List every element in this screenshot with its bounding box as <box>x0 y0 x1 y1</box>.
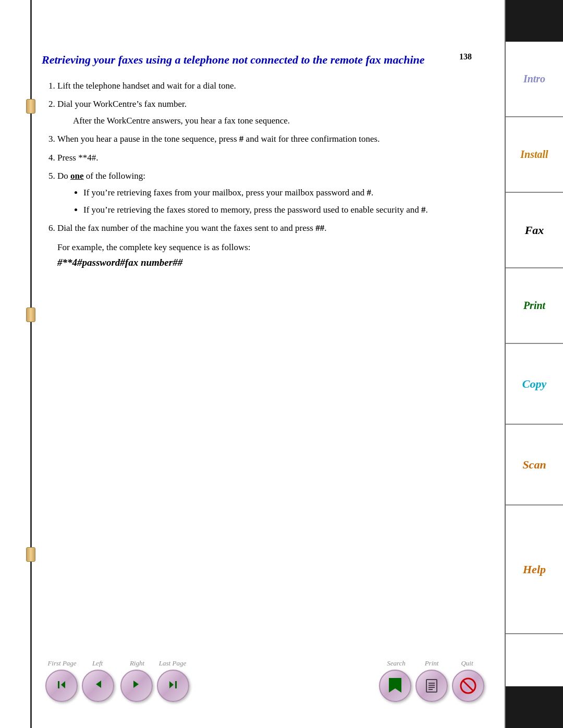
quit-label: Quit <box>449 659 485 668</box>
left-button[interactable] <box>82 670 114 702</box>
sidebar-tab-fax[interactable]: Fax <box>506 193 563 268</box>
sidebar-tab-scan[interactable]: Scan <box>506 425 563 505</box>
last-page-button[interactable] <box>157 670 189 702</box>
svg-marker-4 <box>169 681 174 688</box>
step-2-subtext: After the WorkCentre answers, you hear a… <box>73 114 480 128</box>
steps-list: Lift the telephone handset and wait for … <box>57 79 480 270</box>
right-label: Right <box>119 659 155 668</box>
step-2: Dial your WorkCentre’s fax number. After… <box>57 97 480 128</box>
svg-marker-6 <box>389 678 401 693</box>
svg-marker-3 <box>133 681 139 688</box>
first-page-label: First Page <box>44 659 80 668</box>
first-left-labels: First Page Left <box>44 659 115 668</box>
svg-rect-5 <box>175 681 177 688</box>
right-lastpage-labels: Right Last Page <box>119 659 190 668</box>
search-label: Search <box>378 659 414 668</box>
ring-middle <box>26 307 35 322</box>
sidebar-tab-scan-label: Scan <box>522 458 546 472</box>
svg-line-13 <box>463 681 473 691</box>
main-content: Retrieving your faxes using a telephone … <box>42 52 480 634</box>
title-text: Retrieving your faxes using a telephone … <box>42 53 425 66</box>
quit-button[interactable] <box>452 670 484 702</box>
sidebar-bottom-bar <box>506 686 563 728</box>
sidebar-tab-print[interactable]: Print <box>506 268 563 344</box>
page-title: Retrieving your faxes using a telephone … <box>42 52 480 68</box>
bullet-1: If you’re retrieving faxes from your mai… <box>83 186 480 200</box>
first-left-buttons <box>45 670 114 702</box>
first-page-button[interactable] <box>45 670 78 702</box>
search-print-quit-group: Search Print Quit <box>378 659 485 702</box>
binder-rings <box>26 0 36 728</box>
sidebar-tab-print-label: Print <box>523 300 545 312</box>
sidebar-tab-install-label: Install <box>520 149 548 161</box>
sidebar-tab-copy[interactable]: Copy <box>506 344 563 425</box>
svg-rect-1 <box>58 681 59 688</box>
first-left-group: First Page Left <box>44 659 115 702</box>
step-5-bullets: If you’re retrieving faxes from your mai… <box>73 186 480 217</box>
print-label: Print <box>414 659 449 668</box>
right-lastpage-buttons <box>120 670 189 702</box>
search-button[interactable] <box>379 670 411 702</box>
step-4-text: Press **4#. <box>57 153 98 163</box>
step-1-text: Lift the telephone handset and wait for … <box>57 81 236 91</box>
sidebar-tab-fax-label: Fax <box>525 224 544 237</box>
step-6-text: Dial the fax number of the machine you w… <box>57 223 326 233</box>
sidebar-tab-help[interactable]: Help <box>506 505 563 634</box>
right-lastpage-group: Right Last Page <box>119 659 190 702</box>
sidebar-tab-help-label: Help <box>523 563 546 576</box>
right-button[interactable] <box>120 670 153 702</box>
example-bold-text: #**4#password#fax number## <box>57 257 182 268</box>
svg-marker-2 <box>96 681 101 688</box>
svg-marker-0 <box>61 681 65 688</box>
step-1: Lift the telephone handset and wait for … <box>57 79 480 93</box>
sidebar-tab-copy-label: Copy <box>522 377 546 391</box>
step-4: Press **4#. <box>57 151 480 165</box>
step-6: Dial the fax number of the machine you w… <box>57 221 480 270</box>
ring-top <box>26 99 35 114</box>
search-print-quit-labels: Search Print Quit <box>378 659 485 668</box>
bullet-list: If you’re retrieving faxes from your mai… <box>83 186 480 217</box>
bottom-navigation: First Page Left Right Last Page <box>44 659 485 702</box>
step-3-text: When you hear a pause in the tone sequen… <box>57 134 380 144</box>
last-page-label: Last Page <box>155 659 190 668</box>
step-3: When you hear a pause in the tone sequen… <box>57 132 480 146</box>
bullet-2: If you’re retrieving the faxes stored to… <box>83 203 480 217</box>
sidebar-tab-install[interactable]: Install <box>506 117 563 193</box>
search-print-quit-buttons <box>379 670 484 702</box>
left-label: Left <box>80 659 115 668</box>
step-5-text: Do one of the following: <box>57 171 145 181</box>
example-text: For example, the complete key sequence i… <box>57 240 480 270</box>
step-5: Do one of the following: If you’re retri… <box>57 169 480 217</box>
ring-bottom <box>26 547 35 562</box>
sidebar: Intro Install Fax Print Copy Scan Help <box>500 0 563 728</box>
print-button[interactable] <box>415 670 448 702</box>
step-2-text: Dial your WorkCentre’s fax number. <box>57 99 187 109</box>
sidebar-tab-intro[interactable]: Intro <box>506 42 563 117</box>
sidebar-tab-intro-label: Intro <box>523 73 545 85</box>
sidebar-top-bar <box>506 0 563 42</box>
